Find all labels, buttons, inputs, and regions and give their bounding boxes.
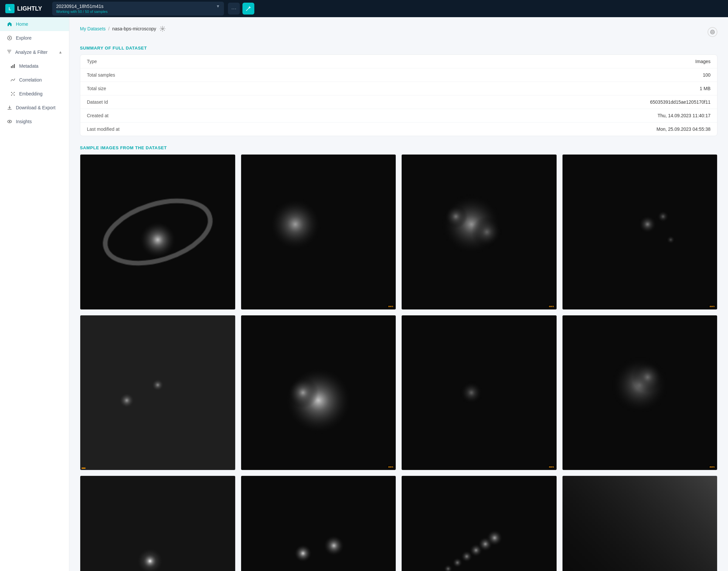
image-card[interactable]: aws	[562, 154, 718, 310]
image-canvas	[402, 476, 556, 571]
image-badge: aws	[548, 305, 555, 308]
summary-label-created-at: Created at	[87, 113, 153, 118]
page-actions	[708, 27, 717, 37]
sidebar-item-label: Explore	[16, 35, 31, 41]
svg-rect-6	[11, 66, 12, 68]
image-canvas	[241, 476, 396, 571]
breadcrumb-parent[interactable]: My Datasets	[80, 26, 106, 31]
logo-area: L LIGHTLY	[5, 4, 48, 13]
chevron-up-icon: ▲	[59, 50, 63, 54]
content-area: My Datasets / nasa-bps-microscopy SUMMAR…	[69, 17, 728, 571]
main-layout: Home Explore Analyze & Filter ▲ Metadata	[0, 17, 728, 571]
image-badge: aws	[387, 305, 394, 308]
settings-icon[interactable]	[159, 25, 166, 32]
summary-row-dataset-id: Dataset Id 65035391dd15ae1205170f11	[80, 95, 717, 109]
sidebar-item-label: Home	[16, 21, 28, 27]
image-canvas	[402, 315, 556, 470]
svg-point-10	[14, 92, 15, 93]
image-canvas	[562, 154, 717, 310]
svg-point-16	[9, 121, 10, 122]
svg-point-17	[162, 28, 163, 30]
summary-label-dataset-id: Dataset Id	[87, 99, 153, 105]
summary-value-last-modified: Mon, 25.09.2023 04:55:38	[657, 126, 711, 132]
sidebar-item-embedding[interactable]: Embedding	[3, 87, 69, 101]
breadcrumb-current: nasa-bps-microscopy	[112, 26, 156, 31]
explore-icon	[7, 35, 13, 41]
summary-section: SUMMARY OF FULL DATASET Type Images Tota…	[80, 45, 717, 136]
active-mode-button[interactable]	[242, 3, 254, 14]
summary-row-total-size: Total size 1 MB	[80, 82, 717, 95]
target-icon[interactable]	[708, 27, 717, 37]
bar-chart-icon	[10, 63, 16, 69]
image-card[interactable]: aws	[401, 476, 557, 571]
sidebar-item-explore[interactable]: Explore	[0, 31, 69, 45]
sidebar-item-label: Insights	[16, 119, 32, 124]
sidebar-item-correlation[interactable]: Correlation	[3, 73, 69, 87]
breadcrumb: My Datasets / nasa-bps-microscopy	[80, 25, 166, 32]
image-canvas	[241, 154, 396, 310]
summary-value-created-at: Thu, 14.09.2023 11:40:17	[658, 113, 711, 118]
images-grid: awsawsawsawsawsawsawsawsawsawsawsaws	[80, 154, 717, 571]
svg-rect-8	[14, 64, 15, 68]
summary-label-last-modified: Last modified at	[87, 126, 153, 132]
image-card[interactable]: aws	[241, 315, 396, 471]
sidebar: Home Explore Analyze & Filter ▲ Metadata	[0, 17, 69, 571]
summary-section-title: SUMMARY OF FULL DATASET	[80, 45, 717, 50]
summary-value-type: Images	[695, 59, 711, 64]
image-card[interactable]: aws	[401, 315, 557, 471]
image-canvas	[80, 315, 235, 470]
image-badge: aws	[387, 465, 394, 469]
sidebar-item-label: Correlation	[19, 77, 41, 83]
sample-images-title: SAMPLE IMAGES FROM THE DATASET	[80, 145, 717, 150]
dataset-selector[interactable]: 20230914_18h51m41s ▼ Working with 50 / 5…	[52, 2, 224, 15]
dataset-name-text: 20230914_18h51m41s	[56, 4, 103, 9]
sample-images-section: SAMPLE IMAGES FROM THE DATASET awsawsaws…	[80, 145, 717, 571]
filter-icon	[7, 49, 12, 55]
dataset-subtitle: Working with 50 / 50 of samples	[56, 10, 220, 14]
image-canvas	[80, 154, 235, 310]
image-card[interactable]: aws	[401, 154, 557, 310]
summary-value-total-samples: 100	[703, 72, 711, 78]
image-card[interactable]: aws	[241, 154, 396, 310]
image-card[interactable]	[80, 154, 235, 310]
sidebar-item-download[interactable]: Download & Export	[0, 101, 69, 115]
summary-label-total-samples: Total samples	[87, 72, 153, 78]
image-orange-bar	[82, 468, 86, 469]
svg-point-9	[11, 92, 12, 93]
header-actions: ⋯	[228, 3, 254, 14]
summary-label-total-size: Total size	[87, 86, 153, 91]
image-badge: aws	[709, 305, 716, 308]
summary-value-total-size: 1 MB	[700, 86, 711, 91]
image-card[interactable]	[80, 315, 235, 471]
sidebar-item-analyze[interactable]: Analyze & Filter ▲	[0, 45, 69, 59]
more-options-button[interactable]: ⋯	[228, 3, 240, 14]
summary-label-type: Type	[87, 59, 153, 64]
summary-value-dataset-id: 65035391dd15ae1205170f11	[650, 99, 711, 105]
summary-row-type: Type Images	[80, 55, 717, 68]
sidebar-item-label: Analyze & Filter	[15, 49, 47, 55]
image-canvas	[241, 315, 396, 470]
logo-icon: L	[5, 4, 14, 13]
sidebar-item-label: Metadata	[19, 64, 38, 69]
image-badge: aws	[709, 465, 716, 469]
summary-table: Type Images Total samples 100 Total size…	[80, 54, 717, 136]
image-canvas	[562, 315, 717, 470]
image-card[interactable]	[80, 476, 235, 571]
svg-point-13	[13, 94, 13, 95]
summary-row-created-at: Created at Thu, 14.09.2023 11:40:17	[80, 109, 717, 122]
summary-row-last-modified: Last modified at Mon, 25.09.2023 04:55:3…	[80, 122, 717, 136]
image-canvas	[402, 154, 556, 310]
image-card[interactable]: aws	[562, 315, 718, 471]
embedding-icon	[10, 91, 16, 97]
sidebar-item-insights[interactable]: Insights	[0, 115, 69, 128]
breadcrumb-separator: /	[108, 26, 110, 31]
image-card[interactable]: aws	[562, 476, 718, 571]
chevron-down-icon: ▼	[216, 4, 220, 9]
sidebar-item-metadata[interactable]: Metadata	[3, 59, 69, 73]
svg-point-0	[246, 10, 247, 11]
image-card[interactable]: aws	[241, 476, 396, 571]
sidebar-item-home[interactable]: Home	[0, 17, 69, 31]
summary-row-total-samples: Total samples 100	[80, 68, 717, 82]
logo-text: LIGHTLY	[17, 5, 42, 12]
breadcrumb-row: My Datasets / nasa-bps-microscopy	[80, 25, 717, 39]
